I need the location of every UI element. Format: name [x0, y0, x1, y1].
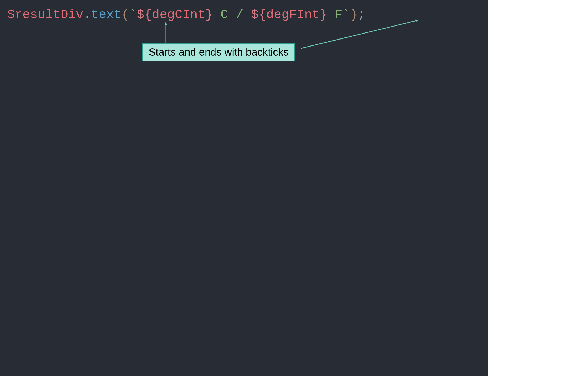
code-token-backtick-close: `	[342, 8, 350, 22]
code-token-backtick-open: `	[129, 8, 137, 22]
callout-text: Starts and ends with backticks	[149, 46, 289, 58]
code-token-ident-2: degFInt	[266, 8, 319, 22]
code-token-interp-open: ${	[137, 8, 152, 22]
code-token-interp-close-2: }	[320, 8, 327, 22]
code-token-ident: degCInt	[152, 8, 205, 22]
slide: $resultDiv.text(`${degCInt} C / ${degFIn…	[0, 0, 588, 392]
callout-box: Starts and ends with backticks	[142, 43, 295, 61]
code-token-interp-open-2: ${	[251, 8, 266, 22]
code-token-paren-open: (	[122, 8, 129, 22]
code-token-method: text	[91, 8, 121, 22]
code-line: $resultDiv.text(`${degCInt} C / ${degFIn…	[7, 8, 365, 22]
code-token-interp-close: }	[205, 8, 213, 22]
code-token-variable: $resultDiv	[7, 8, 83, 22]
code-token-string-mid: C /	[213, 8, 251, 22]
code-token-semicolon: ;	[358, 8, 365, 22]
code-token-dot: .	[83, 8, 91, 22]
code-token-paren-close: )	[350, 8, 358, 22]
code-token-string-end: F	[327, 8, 343, 22]
